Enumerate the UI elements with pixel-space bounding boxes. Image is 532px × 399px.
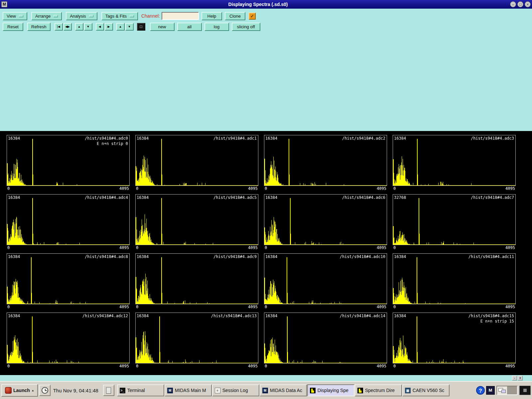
menu-indicator-icon xyxy=(89,15,93,17)
frame-minimize-button[interactable]: - xyxy=(512,376,517,380)
spectrum-panel-adc9[interactable]: 16384/hist/s9418#4.adc9 xyxy=(135,253,258,304)
nav-first-button[interactable]: |◀ xyxy=(55,23,63,31)
clock-button[interactable] xyxy=(39,385,51,396)
spectrum-panel-adc4[interactable]: 16384/hist/s9418#4.adc4 xyxy=(7,194,130,245)
x-max-label: 4095 xyxy=(248,186,258,191)
spectrum-panel-adc3[interactable]: 16384/hist/s9418#4.adc3 xyxy=(393,135,516,186)
slicing-button[interactable]: slicing off xyxy=(232,23,260,31)
task-list: >_TerminalMMIDAS Main M≡Session LogMMIDA… xyxy=(117,384,450,396)
spectrum-panel-adc5[interactable]: 16384/hist/s9418#4.adc5 xyxy=(135,194,258,245)
spectrum-panel-adc8[interactable]: 16384/hist/s9418#4.adc8 xyxy=(7,253,130,304)
menu-label-analysis: Analysis xyxy=(70,14,86,19)
ymax-label-adc13: 16384 xyxy=(137,314,149,318)
spectrum-title-adc0: /hist/s9418#4.adc0 xyxy=(85,136,128,141)
spectrum-title-adc2: /hist/s9418#4.adc2 xyxy=(342,136,385,141)
histogram-canvas-adc10 xyxy=(264,254,387,304)
task-spectrum-dire[interactable]: ▙Spectrum Dire xyxy=(355,384,402,396)
ymax-label-adc8: 16384 xyxy=(8,254,20,259)
spectrum-panel-adc2[interactable]: 16384/hist/s9418#4.adc2 xyxy=(264,135,387,186)
app-icon: M xyxy=(1,1,7,7)
x-min-label: 0 xyxy=(7,305,10,310)
nav-pagedown-button[interactable]: ▼ xyxy=(84,23,92,31)
launch-button[interactable]: Launch ▲ xyxy=(1,384,38,397)
new-button[interactable]: new xyxy=(150,23,175,31)
nav-left-icon: ◀ xyxy=(99,25,101,28)
pager-desktop-2[interactable] xyxy=(507,386,517,394)
task-label-session-log: Session Log xyxy=(222,388,248,393)
launch-icon xyxy=(5,387,12,394)
histogram-canvas-adc5 xyxy=(136,195,258,245)
task-caen-v560-sc[interactable]: ▦CAEN V560 Sc xyxy=(402,384,450,396)
all-button[interactable]: all xyxy=(177,23,202,31)
pager-desktop-1[interactable] xyxy=(497,386,507,394)
nav-fullview-icon: □ xyxy=(140,24,142,29)
task-terminal[interactable]: >_Terminal xyxy=(117,384,164,396)
nav-right-button[interactable]: ▶ xyxy=(105,23,113,31)
x-axis-labels-adc6: 04095 xyxy=(264,245,387,251)
spectrum-panel-adc13[interactable]: 16384/hist/s9418#4.adc13 xyxy=(135,313,258,363)
menu-analysis[interactable]: Analysis xyxy=(66,12,97,20)
minimize-button[interactable]: – xyxy=(510,1,516,7)
histogram-canvas-adc11 xyxy=(393,254,515,304)
close-button[interactable]: × xyxy=(525,1,531,7)
help-button[interactable]: Help xyxy=(201,12,222,20)
menu-bar: ViewArrangeAnalysisTags & Fits xyxy=(3,12,138,20)
spectrum-panel-adc1[interactable]: 16384/hist/s9418#4.adc1 xyxy=(135,135,258,186)
nav-left-button[interactable]: ◀ xyxy=(96,23,104,31)
spectrum-panel-adc12[interactable]: 16384/hist/s9418#4.adc12 xyxy=(7,313,130,363)
nav-down-button[interactable]: ▼ xyxy=(125,23,134,31)
task-label-midas-main-m: MIDAS Main M xyxy=(175,388,206,393)
x-min-label: 0 xyxy=(393,186,396,191)
nav-up-button[interactable]: ▲ xyxy=(116,23,125,31)
log-button[interactable]: log xyxy=(204,23,229,31)
x-axis-labels-adc14: 04095 xyxy=(264,363,387,369)
channel-input[interactable] xyxy=(162,12,199,20)
spectrum-panel-adc0[interactable]: 16384/hist/s9418#4.adc0E n+n strip 0 xyxy=(7,135,130,186)
refresh-button[interactable]: Refresh xyxy=(27,23,51,31)
task-midas-main-m[interactable]: MMIDAS Main M xyxy=(165,384,212,396)
midas-icon: M xyxy=(262,388,268,393)
spectrum-cell-adc15: 16384/hist/s9418#4.adc15E n+n strip 1504… xyxy=(393,313,516,369)
menu-view[interactable]: View xyxy=(3,12,27,20)
spectrum-panel-adc7[interactable]: 32768/hist/s9418#4.adc7 xyxy=(393,194,516,245)
frame-close-button[interactable]: x xyxy=(518,376,523,380)
terminal-icon: >_ xyxy=(120,388,125,393)
x-min-label: 0 xyxy=(393,364,396,369)
menu-indicator-icon xyxy=(54,15,58,17)
histogram-canvas-adc13 xyxy=(136,313,258,363)
option-checkbox[interactable]: ✓ xyxy=(249,13,256,20)
menu-tags-fits[interactable]: Tags & Fits xyxy=(101,12,138,20)
spectrum-title-adc4: /hist/s9418#4.adc4 xyxy=(85,195,128,200)
spectrum-cell-adc14: 16384/hist/s9418#4.adc1404095 xyxy=(264,313,387,369)
x-max-label: 4095 xyxy=(377,305,386,310)
maximize-button[interactable]: □ xyxy=(517,1,523,7)
wm-icon[interactable]: M xyxy=(486,386,495,395)
spectrum-cell-adc1: 16384/hist/s9418#4.adc104095 xyxy=(135,135,258,192)
spectrum-panel-adc14[interactable]: 16384/hist/s9418#4.adc14 xyxy=(264,313,387,363)
reset-button[interactable]: Reset xyxy=(3,23,23,31)
spectrum-panel-adc15[interactable]: 16384/hist/s9418#4.adc15E n+n strip 15 xyxy=(393,313,516,363)
quicklaunch-button[interactable] xyxy=(103,385,114,396)
nav-fit-icon: ◀▶ xyxy=(65,25,70,28)
nav-fit-button[interactable]: ◀▶ xyxy=(64,23,72,31)
task-displaying-spe[interactable]: ▙Displaying Spe xyxy=(307,384,354,396)
clock-time: Thu Nov 9, 04:41:48 xyxy=(53,388,98,393)
x-axis-labels-adc11: 04095 xyxy=(393,304,516,310)
nav-fullview-button[interactable]: □ xyxy=(137,23,145,31)
task-midas-data-ac[interactable]: MMIDAS Data Ac xyxy=(260,384,307,396)
spectrum-panel-adc6[interactable]: 16384/hist/s9418#4.adc6 xyxy=(264,194,387,245)
task-label-midas-data-ac: MIDAS Data Ac xyxy=(270,388,302,393)
spectrum-cell-adc12: 16384/hist/s9418#4.adc1204095 xyxy=(7,313,130,369)
nav-pageup-button[interactable]: ▲ xyxy=(75,23,83,31)
nav-right-icon: ▶ xyxy=(108,25,110,28)
x-min-label: 0 xyxy=(265,305,267,310)
menu-arrange[interactable]: Arrange xyxy=(31,12,62,20)
help-icon[interactable]: ? xyxy=(476,386,485,395)
task-session-log[interactable]: ≡Session Log xyxy=(212,384,259,396)
desktop-pager[interactable] xyxy=(496,386,518,395)
clone-button[interactable]: Clone xyxy=(225,12,245,20)
spectrum-panel-adc10[interactable]: 16384/hist/s9418#4.adc10 xyxy=(264,253,387,304)
spectra-icon: ▙ xyxy=(357,388,363,393)
spectrum-panel-adc11[interactable]: 16384/hist/s9418#4.adc11 xyxy=(393,253,516,304)
taskbar: Launch ▲ Thu Nov 9, 04:41:48 >_TerminalM… xyxy=(0,381,532,399)
